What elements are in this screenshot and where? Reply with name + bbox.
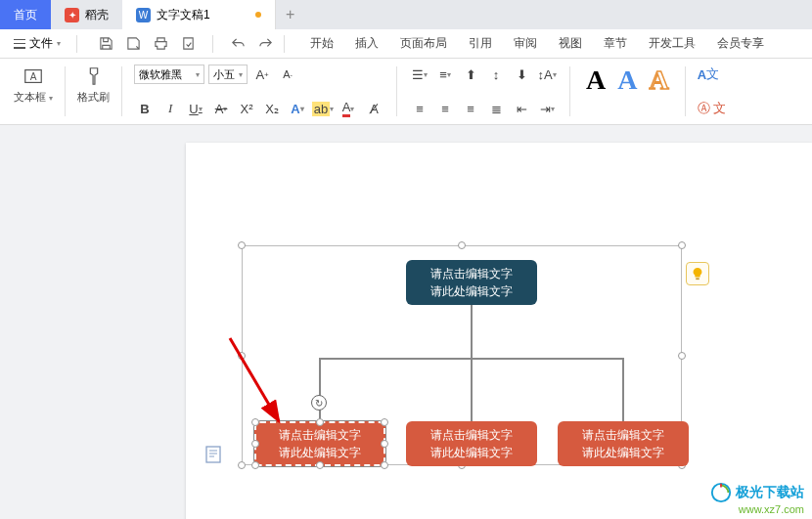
org-node-child-1[interactable]: 请点击编辑文字请此处编辑文字 [254,421,385,466]
watermark: 极光下载站 www.xz7.com [710,482,804,515]
hint-bulb-icon[interactable] [686,262,709,285]
svg-rect-4 [206,447,220,462]
svg-text:A: A [30,71,37,82]
resize-handle-e[interactable] [678,352,686,360]
font-grow-button[interactable]: A+ [251,65,273,84]
document-canvas[interactable]: 请点击编辑文字请此处编辑文字 请点击编辑文字请此处编辑文字 请点击编辑文字请此处… [0,125,812,519]
redo-button[interactable] [256,35,274,53]
font-shrink-button[interactable]: A- [277,65,298,84]
underline-button[interactable]: U ▾ [185,99,206,118]
bold-button[interactable]: B [134,99,156,118]
hamburger-icon [14,39,25,49]
superscript-button[interactable]: X² [236,99,257,118]
new-tab-button[interactable]: + [276,0,305,29]
wordart-style-1[interactable]: A [582,65,609,96]
align-left-button[interactable]: ≡ [409,99,430,118]
org-connector [471,305,473,359]
org-node-root[interactable]: 请点击编辑文字请此处编辑文字 [406,260,537,305]
tab-home[interactable]: 首页 [0,0,51,29]
node-handle[interactable] [381,440,388,448]
org-connector [319,358,321,421]
indent-increase-button[interactable]: ⇥▾ [536,99,558,118]
italic-button[interactable]: I [159,99,181,118]
align-center-button[interactable]: ≡ [434,99,456,118]
text-fill-button[interactable]: A 文 [698,65,719,84]
menu-references[interactable]: 引用 [467,31,494,56]
watermark-logo-icon [710,482,732,503]
node-handle[interactable] [381,418,388,426]
align-top-button[interactable]: ⬆ [460,65,481,84]
align-bottom-button[interactable]: ⬇ [511,65,532,84]
resize-handle-n[interactable] [458,241,466,249]
menu-start[interactable]: 开始 [308,31,336,56]
org-connector [622,358,624,421]
org-node-child-2[interactable]: 请点击编辑文字请此处编辑文字 [406,421,537,466]
print-preview-button[interactable] [179,35,197,53]
indent-decrease-button[interactable]: ⇤ [511,99,532,118]
subscript-button[interactable]: X₂ [261,99,283,118]
strikethrough-button[interactable]: A ▾ [210,99,232,118]
node-handle[interactable] [251,461,259,469]
tab-document[interactable]: W 文字文稿1 [122,0,276,29]
node-handle[interactable] [316,418,324,426]
align-middle-button[interactable]: ↕ [485,65,507,84]
menu-sections[interactable]: 章节 [602,31,629,56]
menu-review[interactable]: 审阅 [512,31,539,56]
file-menu[interactable]: 文件 ▾ [8,32,67,55]
menu-insert[interactable]: 插入 [353,31,381,56]
node-handle[interactable] [316,461,324,469]
print-button[interactable] [152,35,169,53]
font-color-button[interactable]: A▾ [338,99,359,118]
resize-handle-sw[interactable] [238,461,246,469]
layout-options-icon[interactable] [205,446,221,463]
text-outline-button[interactable]: Ⓐ 文 [698,99,727,118]
menu-developer[interactable]: 开发工具 [647,31,698,56]
resize-handle-w[interactable] [238,352,246,360]
node-handle[interactable] [381,461,388,469]
align-right-button[interactable]: ≡ [460,99,481,118]
org-node-child-3[interactable]: 请点击编辑文字请此处编辑文字 [558,421,689,466]
textbox-button[interactable]: A 文本框 ▾ [14,65,53,105]
tab-daoke[interactable]: ✦ 稻壳 [51,0,122,29]
save-as-button[interactable] [124,35,142,53]
menu-page-layout[interactable]: 页面布局 [398,31,449,56]
daoke-icon: ✦ [65,8,79,22]
resize-handle-ne[interactable] [678,241,686,249]
page[interactable]: 请点击编辑文字请此处编辑文字 请点击编辑文字请此处编辑文字 请点击编辑文字请此处… [186,143,812,519]
node-handle[interactable] [251,418,259,426]
clear-format-button[interactable]: A̸ [363,99,384,118]
wordart-style-2[interactable]: A [613,65,641,96]
rotate-handle[interactable] [311,395,327,411]
menu-membership[interactable]: 会员专享 [715,31,766,56]
menu-view[interactable]: 视图 [557,31,584,56]
text-effects-button[interactable]: A ▾ [287,99,308,118]
unsaved-indicator [255,12,261,18]
highlight-button[interactable]: ab▾ [312,99,334,118]
org-connector [471,358,473,421]
numbering-button[interactable]: ≡▾ [434,65,456,84]
node-handle[interactable] [251,440,259,448]
undo-button[interactable] [229,35,247,53]
font-size-select[interactable]: 小五 ▾ [208,65,248,84]
align-justify-button[interactable]: ≣ [485,99,507,118]
line-spacing-button[interactable]: ↕A▾ [536,65,558,84]
resize-handle-nw[interactable] [238,241,246,249]
svg-rect-3 [696,278,699,280]
save-button[interactable] [97,35,114,53]
format-painter-button[interactable]: 格式刷 [77,65,110,105]
wordart-style-3[interactable]: A [646,65,673,96]
bullets-button[interactable]: ☰▾ [409,65,430,84]
font-name-select[interactable]: 微软雅黑 ▾ [134,65,204,84]
word-icon: W [136,8,151,22]
